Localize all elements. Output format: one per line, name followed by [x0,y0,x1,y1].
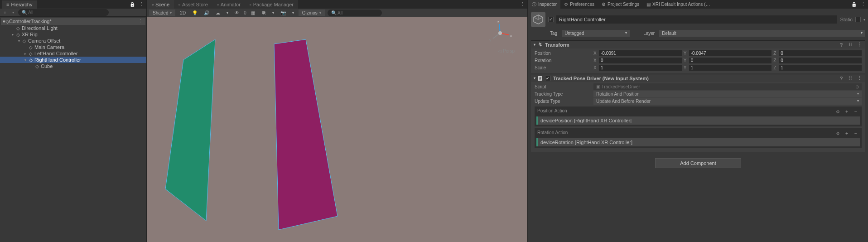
tools-dropdown-icon[interactable]: ▾ [270,10,276,16]
add-dropdown-icon[interactable]: ▾ [10,10,16,16]
help-icon[interactable]: ? [838,75,844,82]
gameobject-name-input[interactable] [556,15,837,24]
lighting-toggle-icon[interactable]: 💡 [190,10,199,16]
scene-search-input[interactable]: 🔍 All [328,10,382,16]
pose-driver-title: Tracked Pose Driver (New Input System) [553,76,649,81]
gizmos-dropdown[interactable]: Gizmos [299,10,325,16]
scene-menu-icon[interactable]: ⋮ [137,18,144,24]
tracking-type-dropdown[interactable]: Rotation And Position▾ [593,91,862,97]
scene-viewport[interactable]: x z y ◁ Persp [147,17,527,242]
hierarchy-item[interactable]: ◇Main Camera [0,44,146,50]
static-dropdown-icon[interactable]: ▾ [863,18,865,22]
foldout-icon[interactable]: ▾ [534,76,535,80]
y-input[interactable]: 1 [689,65,772,71]
z-input[interactable]: 0 [779,50,862,56]
tab-package-manager[interactable]: ▫Package Manager [245,0,298,9]
projection-label[interactable]: ◁ Persp [498,48,515,53]
tab-hierarchy-label: Hierarchy [11,2,32,7]
tab-scene[interactable]: ▫Scene [147,0,174,9]
gameobject-icon[interactable] [531,12,545,27]
hierarchy-item[interactable]: ▾◇XR Rig [0,31,146,38]
grid-toggle-icon[interactable]: ▦ [249,10,257,16]
lefthand-controller-mesh[interactable] [165,21,247,242]
svg-text:x: x [510,34,512,38]
remove-icon[interactable]: − [853,108,859,115]
y-input[interactable]: -0.0047 [689,50,772,56]
tab-icon: ⚙ [564,2,568,7]
layer-dropdown[interactable]: Default▾ [659,30,865,37]
hierarchy-item[interactable]: ▾◇Camera Offset [0,38,146,44]
help-icon[interactable]: ? [838,42,844,48]
component-header[interactable]: ▾ ↯ Transform ? ⁝⁝ ⋮ [531,40,865,48]
update-type-dropdown[interactable]: Update And Before Render▾ [593,98,862,105]
x-input[interactable]: -0.0091 [599,50,682,56]
tools-icon[interactable]: 🛠 [260,10,268,16]
camera-dropdown-icon[interactable]: ▾ [290,10,296,16]
add-icon[interactable]: + [844,108,850,115]
preset-icon[interactable]: ⁝⁝ [847,75,854,82]
gameobject-enabled-checkbox[interactable]: ✓ [548,17,554,22]
hierarchy-search-input[interactable]: 🔍 All [18,9,109,16]
context-menu-icon[interactable]: ⋮ [138,1,145,8]
context-menu-icon[interactable]: ⋮ [519,1,526,7]
context-menu-icon[interactable]: ⋮ [860,1,866,7]
tab-icon: ▤ [646,2,651,7]
add-component-button[interactable]: Add Component [655,158,741,168]
tab-preferences[interactable]: ⚙Preferences [560,0,598,9]
z-input[interactable]: 0 [779,58,862,63]
tab-project-settings[interactable]: ⚙Project Settings [598,0,643,9]
orientation-gizmo[interactable]: x z y [487,19,514,47]
tab-asset-store[interactable]: ▫Asset Store [174,0,212,9]
fx-toggle-icon[interactable]: ☁ [214,10,222,16]
object-picker-icon[interactable]: ⊙ [855,84,859,89]
add-icon[interactable]: + [844,130,850,136]
rotation-action-binding[interactable]: deviceRotation [RightHand XR Controller] [536,138,860,146]
tab-icon: ▫ [152,2,154,7]
shading-mode-dropdown[interactable]: Shaded [149,10,175,16]
foldout-icon[interactable]: ▾ [18,39,23,43]
gear-icon[interactable]: ⚙ [834,130,841,136]
x-input[interactable]: 0 [599,58,682,63]
fx-dropdown-icon[interactable]: ▾ [225,10,230,16]
gameobject-icon: ◇ [16,26,20,31]
scene-header-row[interactable]: ▾ ◇ ControllerTracking* ⋮ [1,18,145,25]
hierarchy-panel: ≡ Hierarchy ⋮ + ▾ 🔍 All ▾ ◇ ControllerTr… [0,0,147,242]
hierarchy-item[interactable]: ▸◇LeftHand Controller [0,50,146,57]
foldout-icon[interactable]: ▾ [24,58,29,62]
righthand-controller-mesh[interactable] [256,21,356,242]
transform-component: ▾ ↯ Transform ? ⁝⁝ ⋮ Position X-0.0091 Y… [531,40,865,73]
component-menu-icon[interactable]: ⋮ [856,42,863,48]
hierarchy-item[interactable]: ▾◇RightHand Controller [0,57,146,63]
lock-icon[interactable] [851,1,857,7]
gear-icon[interactable]: ⚙ [834,108,841,115]
foldout-icon[interactable]: ▸ [24,52,29,56]
camera-icon[interactable]: 📷 [279,10,288,16]
2d-toggle[interactable]: 2D [178,10,188,16]
item-label: Camera Offset [28,38,60,44]
hierarchy-item[interactable]: ◇Directional Light [0,25,146,31]
add-button[interactable]: + [2,10,8,16]
foldout-icon[interactable]: ▾ [12,33,16,37]
component-header[interactable]: ▾ # ✓ Tracked Pose Driver (New Input Sys… [531,74,865,82]
tab-hierarchy[interactable]: ≡ Hierarchy [2,0,37,9]
position-action-binding[interactable]: devicePosition [RightHand XR Controller] [536,116,860,125]
preset-icon[interactable]: ⁝⁝ [847,42,854,48]
lock-icon[interactable] [129,1,135,8]
static-checkbox[interactable] [855,17,861,22]
hierarchy-item[interactable]: ◇Cube [0,63,146,69]
tab-inspector[interactable]: ⓘInspector [528,0,560,9]
remove-icon[interactable]: − [853,130,859,136]
audio-toggle-icon[interactable]: 🔊 [202,10,211,16]
y-input[interactable]: 0 [689,58,772,63]
position-action-box: Position Action ⚙ + − devicePosition [Ri… [535,106,862,126]
z-input[interactable]: 1 [779,65,862,71]
tag-dropdown[interactable]: Untagged▾ [562,30,630,37]
component-menu-icon[interactable]: ⋮ [856,75,863,82]
x-input[interactable]: 1 [599,65,682,71]
component-enabled-checkbox[interactable]: ✓ [545,76,550,81]
tab-animator[interactable]: ▫Animator [212,0,245,9]
script-field: ▣ TrackedPoseDriver ⊙ [593,83,862,90]
tab-xri-default-input-actions-[interactable]: ▤XRI Default Input Actions (… [643,0,714,9]
foldout-icon[interactable]: ▾ [534,43,535,47]
hidden-objects-icon[interactable]: 👁 [233,10,241,16]
